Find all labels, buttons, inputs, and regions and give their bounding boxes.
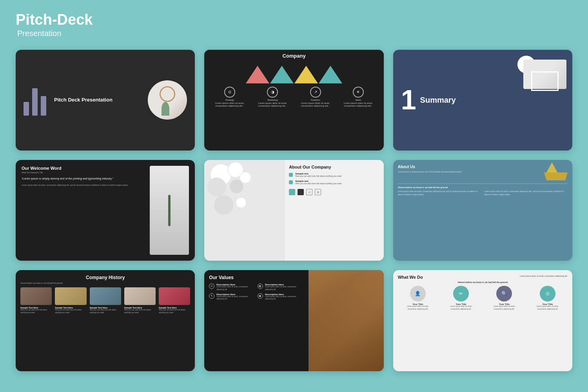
circles-area: [204, 160, 285, 261]
plant-decoration: [162, 102, 169, 116]
profile-4: ⊙ Your Title Lorem ipsum dolor sit amet,…: [536, 286, 559, 310]
mountain-3: [294, 66, 318, 83]
sample-text-1: Sample text Here you can add more info a…: [295, 172, 341, 178]
cover-image-circle: [148, 80, 187, 120]
plant-stem: [168, 195, 171, 226]
company-icon-2: ◑ Marketing Lorem ipsum dolor sit amet, …: [254, 87, 291, 108]
value-text-4: Description Here Lorem ipsum dolor sit a…: [265, 293, 304, 301]
mountain-1: [246, 66, 269, 83]
slides-grid: Pitch Deck Presentation Company ⊙ Strate…: [16, 50, 572, 371]
bar-2: [32, 88, 38, 116]
mountain-4: [319, 66, 342, 83]
history-photo-4: Sample Text Here Here you can add more i…: [124, 287, 156, 314]
about-us-body: Lorem Ipsum is simply dummy text of the …: [398, 171, 462, 174]
icon-trend: ↗: [310, 87, 321, 98]
history-photos: Sample Text Here Here you can add more i…: [20, 287, 190, 314]
value-desc-3: Lorem ipsum dolor sit amet, consectetur …: [216, 296, 255, 301]
icon-search: ⊙: [224, 87, 235, 98]
page-title-bold: Pitch-Deck: [16, 12, 572, 28]
slide-about-us[interactable]: About Us Lorem Ipsum is simply dummy tex…: [393, 160, 572, 261]
paper-boat-icon: [544, 165, 568, 180]
bubble-5: [240, 172, 251, 183]
value-item-3: ✎ Description Here Lorem ipsum dolor sit…: [209, 293, 255, 301]
photo-box-1: [20, 287, 52, 305]
bubble-3: [207, 178, 226, 196]
slide-summary[interactable]: 1 Summary: [393, 50, 572, 151]
mountain-2: [270, 66, 294, 83]
value-icon-2: ▦: [258, 283, 263, 289]
profile-circle-4: ⊙: [540, 286, 555, 301]
window-overlay: [309, 270, 384, 371]
about-us-quote: Almost before we knew it, we had left th…: [398, 186, 568, 189]
icon-label-1: Strategy: [225, 99, 234, 102]
profile-1: 👤 Your Title Lorem ipsum dolor sit amet,…: [406, 286, 430, 310]
cover-text: Pitch Deck Presentation: [54, 97, 144, 103]
photo-box-5: [159, 287, 190, 305]
history-desc-1: Here you can add more info about anythin…: [20, 309, 52, 314]
value-desc-4: Lorem ipsum dolor sit amet, consectetur …: [265, 296, 304, 301]
history-photo-3: Sample Text Here Here you can add more i…: [90, 287, 121, 314]
slide-about-company[interactable]: About Our Company Sample text Here you c…: [204, 160, 383, 261]
about-us-col2-text: Lorem ipsum dolor sit amet, consectetur …: [484, 190, 568, 196]
history-subtitle: Almost before we knew it, we had left th…: [20, 282, 190, 284]
history-desc-4: Here you can add more info about anythin…: [124, 309, 156, 314]
icon-label-2: Marketing: [267, 99, 278, 102]
about-company-title: About Our Company: [289, 165, 380, 169]
company-icon-1: ⊙ Strategy Lorem ipsum dolor sit amet, c…: [211, 87, 249, 108]
about-us-top: About Us Lorem Ipsum is simply dummy tex…: [398, 165, 568, 180]
value-icon-1: ⊙: [209, 283, 214, 289]
about-us-title: About Us: [398, 165, 462, 169]
profile-circle-3: 🔍: [496, 286, 512, 301]
summary-image-block: [515, 56, 566, 91]
photo-box-4: [124, 287, 156, 305]
value-icon-3: ✎: [209, 293, 214, 299]
history-photo-1: Sample Text Here Here you can add more i…: [20, 287, 52, 314]
values-grid: ⊙ Description Here Lorem ipsum dolor sit…: [209, 283, 303, 300]
history-desc-3: Here you can add more info about anythin…: [90, 309, 121, 314]
value-item-4: ▣ Description Here Lorem ipsum dolor sit…: [258, 293, 304, 301]
photo-box-2: [55, 287, 86, 305]
slide-cover[interactable]: Pitch Deck Presentation: [16, 50, 195, 151]
icon-chart: ◑: [267, 87, 278, 98]
slide-welcome[interactable]: Our Welcome Word Write Our Awesome Title…: [16, 160, 195, 261]
about-us-col2: Lorem ipsum dolor sit amet, consectetur …: [484, 190, 568, 196]
welcome-left: Our Welcome Word Write Our Awesome Title…: [22, 166, 146, 255]
company-icons-row: ⊙ Strategy Lorem ipsum dolor sit amet, c…: [204, 85, 383, 109]
welcome-title: Our Welcome Word: [22, 166, 146, 171]
profile-circle-1: 👤: [410, 286, 426, 301]
value-text-2: Description Here Lorem ipsum dolor sit a…: [265, 283, 304, 291]
sample-dot-1: [289, 173, 293, 177]
photo-box-3: [90, 287, 121, 305]
bottom-icon-pin: ⊞: [315, 189, 321, 195]
sample-item-2: Sample text Here you can add more info a…: [289, 180, 380, 185]
bubble-6: [214, 195, 234, 215]
profile-desc-2: Lorem ipsum dolor sit amet, consectetur …: [449, 305, 473, 310]
what-we-do-title: What We Do: [398, 275, 423, 279]
profile-row: 👤 Your Title Lorem ipsum dolor sit amet,…: [398, 286, 568, 310]
icon-bulb: ☀: [353, 87, 364, 98]
slide-company[interactable]: Company ⊙ Strategy Lorem ipsum dolor sit…: [204, 50, 383, 151]
value-item-1: ⊙ Description Here Lorem ipsum dolor sit…: [209, 283, 255, 291]
values-image: [309, 270, 384, 371]
welcome-image: [150, 166, 189, 255]
bottom-icon-clock: ⊙: [306, 189, 312, 195]
boat-body: [544, 172, 568, 180]
value-text-3: Description Here Lorem ipsum dolor sit a…: [216, 293, 255, 301]
slide-what-we-do[interactable]: What We Do Lorem ipsum dolor sit amet, c…: [393, 270, 572, 371]
about-us-bottom: Lorem ipsum dolor sit amet, consectetur …: [398, 190, 568, 196]
history-title: Company History: [20, 275, 190, 280]
values-left: Our Values ⊙ Description Here Lorem ipsu…: [204, 270, 308, 371]
what-we-do-mid: Almost before we knew it, we had left th…: [398, 281, 568, 283]
sample-dot-2: [289, 180, 293, 184]
slide-company-history[interactable]: Company History Almost before we knew it…: [16, 270, 195, 371]
about-us-col1-text: Lorem ipsum dolor sit amet, consectetur …: [398, 190, 481, 196]
about-us-col1: Lorem ipsum dolor sit amet, consectetur …: [398, 190, 481, 196]
profile-circle-2: ✏: [453, 286, 469, 301]
about-company-content: About Our Company Sample text Here you c…: [285, 160, 384, 261]
profile-desc-3: Lorem ipsum dolor sit amet, consectetur …: [492, 305, 516, 310]
value-desc-1: Lorem ipsum dolor sit amet, consectetur …: [216, 286, 255, 291]
slide-our-values[interactable]: Our Values ⊙ Description Here Lorem ipsu…: [204, 270, 383, 371]
summary-rect-outline: [531, 71, 559, 91]
profile-3: 🔍 Your Title Lorem ipsum dolor sit amet,…: [492, 286, 516, 310]
what-we-do-top: What We Do Lorem ipsum dolor sit amet, c…: [398, 275, 568, 279]
